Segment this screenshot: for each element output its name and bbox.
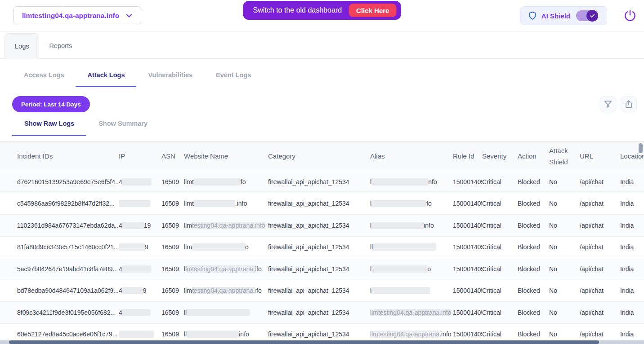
cell-asn: 16509	[161, 243, 184, 251]
subtab-event-logs[interactable]: Event Logs	[204, 71, 263, 87]
ai-shield-label: AI Shield	[541, 12, 570, 20]
export-icon	[624, 99, 634, 109]
redacted-blur	[371, 265, 427, 273]
redacted-blur	[371, 200, 426, 207]
cell-action: Blocked	[518, 178, 549, 185]
cell-url: /api/chat	[580, 178, 620, 185]
cell-rule-id: 150001405	[453, 222, 482, 229]
cell-location: India	[620, 178, 644, 185]
cell-url: /api/chat	[580, 287, 620, 294]
column-header-asn: ASN	[161, 150, 184, 162]
cell-alias: lfo	[370, 200, 453, 207]
cell-asn: 16509	[161, 331, 184, 338]
column-header-url: URL	[580, 150, 620, 162]
cell-action: Blocked	[518, 309, 549, 316]
log-row[interactable]: 1102361d984a67673147ebda62da...41916509l…	[0, 215, 644, 237]
cell-location: India	[620, 200, 644, 207]
cell-asn: 16509	[161, 222, 184, 229]
log-type-tabs: Access LogsAttack LogsVulnerabilitiesEve…	[0, 71, 644, 87]
cell-severity: Critical	[482, 265, 518, 273]
cell-asn: 16509	[161, 200, 184, 207]
cell-category: firewallai_api_apichat_12534	[268, 309, 370, 316]
cell-alias: l	[370, 287, 453, 294]
top-header: llmtesting04.qa-apptrana.info Switch to …	[0, 0, 644, 31]
cell-rule-id: 150001405	[453, 243, 482, 251]
cell-incident-id: 81fa80d9ce349e5715c1460cc0f21...	[17, 243, 119, 251]
export-button[interactable]	[621, 96, 637, 112]
cell-action: Blocked	[518, 287, 549, 294]
period-filter-button[interactable]: Period: Last 14 Days	[12, 96, 90, 112]
site-selector[interactable]: llmtesting04.qa-apptrana.info	[13, 6, 141, 25]
table-header-row: Incident IDsIPASNWebsite NameCategoryAli…	[0, 141, 644, 171]
cell-attack-shield: No	[549, 287, 580, 294]
log-row[interactable]: 81fa80d9ce349e5715c1460cc0f21...916509ll…	[0, 237, 644, 259]
column-header-alias: Alias	[370, 150, 453, 162]
cell-url: /api/chat	[580, 331, 620, 338]
cell-attack-shield: No	[549, 243, 580, 251]
shield-icon	[528, 11, 537, 21]
cell-action: Blocked	[518, 200, 549, 207]
column-header-category: Category	[268, 150, 370, 162]
cell-category: firewallai_api_apichat_12534	[268, 243, 370, 251]
cell-attack-shield: No	[549, 222, 580, 229]
redacted-blur	[187, 309, 250, 316]
click-here-button[interactable]: Click Here	[349, 4, 396, 17]
cell-website: llmo	[184, 243, 268, 251]
cell-alias: lo	[370, 265, 453, 273]
log-row[interactable]: bd78edba90d484647109a1a062f9...4916509ll…	[0, 280, 644, 302]
column-header-ip: IP	[119, 150, 161, 162]
cell-attack-shield: No	[549, 178, 580, 185]
log-row[interactable]: 8f09c3c4211f9de3f0195e056f682...416509ll…	[0, 302, 644, 324]
cell-rule-id: 150001405	[453, 287, 482, 294]
cell-website: llmtfo	[184, 178, 268, 185]
redacted-blur	[119, 200, 150, 207]
log-row[interactable]: c545986aa96f98292b8ff47d2ff32...16509llm…	[0, 193, 644, 215]
redacted-blur	[194, 200, 235, 207]
cell-incident-id: d76216015139253a9e69e75e6f5f4...	[17, 178, 119, 185]
tab-reports[interactable]: Reports	[39, 33, 82, 58]
viewtab-show-raw-logs[interactable]: Show Raw Logs	[12, 120, 86, 136]
cell-attack-shield: No	[549, 200, 580, 207]
subtab-vulnerabilities[interactable]: Vulnerabilities	[136, 71, 204, 87]
cell-rule-id: 150001405	[453, 265, 482, 273]
tab-logs[interactable]: Logs	[4, 33, 39, 59]
redacted-blur	[371, 222, 424, 229]
redacted-blur	[119, 243, 145, 251]
ai-shield-toggle[interactable]	[576, 10, 597, 21]
cell-website: llmtesting04.qa-apptrana.ifo	[184, 265, 268, 273]
cell-asn: 16509	[161, 265, 184, 273]
filter-row: Period: Last 14 Days	[0, 96, 644, 112]
viewtab-show-summary[interactable]: Show Summary	[86, 120, 160, 136]
cell-asn: 16509	[161, 287, 184, 294]
cell-severity: Critical	[482, 309, 518, 316]
horizontal-scrollbar-thumb[interactable]	[9, 340, 599, 344]
cell-incident-id: c545986aa96f98292b8ff47d2ff32...	[17, 200, 119, 207]
cell-severity: Critical	[482, 222, 518, 229]
redacted-ghost-text: llmtesting04.qa-apptrana	[370, 331, 439, 338]
power-button[interactable]	[623, 9, 637, 22]
cell-ip: 419	[119, 222, 161, 229]
cell-asn: 16509	[161, 178, 184, 185]
ai-shield-control: AI Shield	[520, 6, 607, 25]
cell-category: firewallai_api_apichat_12534	[268, 222, 370, 229]
cell-website: ll	[184, 309, 268, 316]
vertical-scrollbar[interactable]	[639, 143, 643, 153]
cell-action: Blocked	[518, 331, 549, 338]
redacted-blur	[122, 309, 150, 316]
subtab-attack-logs[interactable]: Attack Logs	[76, 71, 136, 87]
horizontal-scrollbar-track[interactable]	[0, 340, 644, 344]
cell-alias: llmtesting04.qa-apptrana.info	[370, 331, 453, 338]
filter-button[interactable]	[600, 96, 616, 112]
column-header-incident-ids: Incident IDs	[17, 150, 119, 162]
cell-location: India	[620, 309, 644, 316]
cell-rule-id: 150001405	[453, 309, 482, 316]
cell-incident-id: 5ac97b042647e19abd41c8fa7e09...	[17, 265, 119, 273]
subtab-access-logs[interactable]: Access Logs	[12, 71, 76, 87]
cell-url: /api/chat	[580, 309, 620, 316]
main-tabs: LogsReports	[0, 31, 644, 59]
cell-url: /api/chat	[580, 243, 620, 251]
cell-incident-id: 60e52127ed8a45c0ace6e06f1c79...	[17, 331, 119, 338]
cell-website: llmt.info	[184, 200, 268, 207]
log-row[interactable]: d76216015139253a9e69e75e6f5f4...416509ll…	[0, 171, 644, 193]
log-row[interactable]: 5ac97b042647e19abd41c8fa7e09...416509llm…	[0, 258, 644, 280]
